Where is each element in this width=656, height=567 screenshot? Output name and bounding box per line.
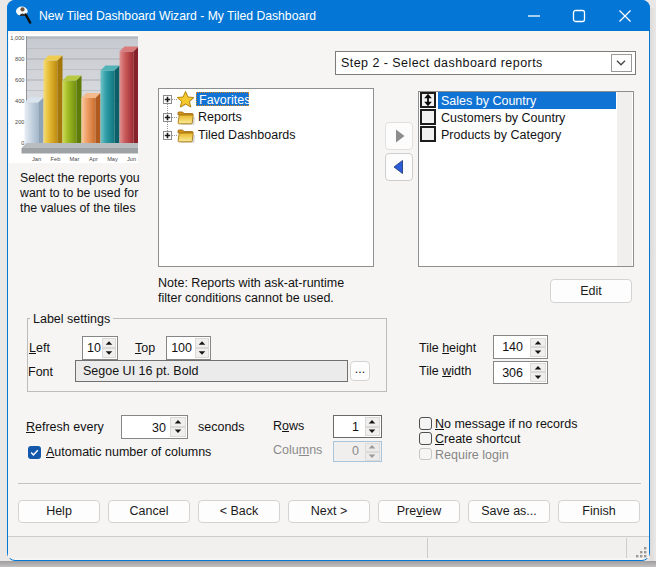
svg-text:Jun: Jun	[127, 156, 136, 162]
svg-text:Jan: Jan	[32, 156, 41, 162]
svg-text:0: 0	[21, 140, 24, 146]
svg-text:Feb: Feb	[51, 156, 61, 162]
svg-text:1,000: 1,000	[10, 35, 24, 41]
svg-text:600: 600	[15, 77, 25, 83]
svg-text:Apr: Apr	[89, 156, 98, 162]
svg-text:400: 400	[15, 98, 25, 104]
svg-text:Mar: Mar	[70, 156, 80, 162]
svg-text:May: May	[107, 156, 118, 162]
svg-text:200: 200	[15, 119, 25, 125]
svg-text:800: 800	[15, 56, 25, 62]
